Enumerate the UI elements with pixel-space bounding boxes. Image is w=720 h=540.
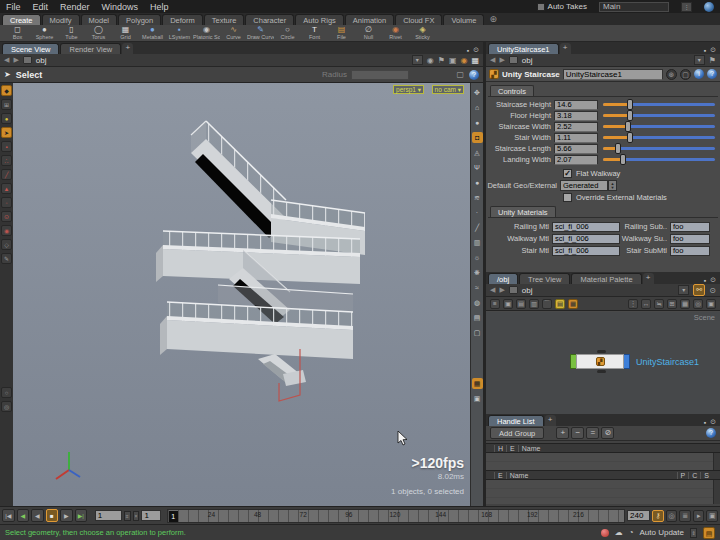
node-output-stub[interactable]: [597, 370, 606, 373]
param-pane-menu-icon[interactable]: ⊙: [710, 46, 716, 54]
wireframe-toggle-icon[interactable]: ◬: [472, 147, 483, 158]
handle-help-icon[interactable]: ?: [706, 428, 716, 438]
shelf-tool-torus[interactable]: ◯Torus: [85, 25, 112, 41]
default-geo-dropdown[interactable]: Generated: [560, 180, 608, 191]
shelf-tool-sticky[interactable]: ◈Sticky: [409, 25, 436, 41]
node-list-icon[interactable]: ≡: [490, 299, 500, 309]
fog-icon[interactable]: ≈: [472, 282, 483, 293]
network-path-dropdown-icon[interactable]: ▾: [678, 285, 689, 295]
tab-render-view[interactable]: Render View: [60, 43, 121, 54]
add-handle-tab-button[interactable]: +: [545, 415, 556, 426]
param-value-field[interactable]: 14.6: [554, 100, 598, 110]
range-start-field[interactable]: 1: [141, 510, 160, 521]
menu-edit[interactable]: Edit: [33, 2, 49, 12]
prev-keyframe-button[interactable]: ◀: [17, 509, 30, 522]
network-path-menu-icon[interactable]: ⊙: [709, 286, 716, 295]
group-table-scrollbar[interactable]: [713, 480, 720, 504]
shelf-tool-null[interactable]: ∅Null: [355, 25, 382, 41]
shelf-tab-model[interactable]: Model: [81, 14, 117, 25]
select-tool-icon[interactable]: ➤: [1, 127, 12, 138]
import-shelf-tool-icon[interactable]: ◆: [1, 85, 12, 96]
param-path-forward-icon[interactable]: ▶: [499, 56, 504, 64]
param-pane-maximize-icon[interactable]: ▪: [704, 47, 706, 54]
col-name[interactable]: Name: [518, 445, 700, 452]
frame-step-up-icon[interactable]: ≡: [124, 511, 131, 521]
controls-folder-tab[interactable]: Controls: [490, 85, 534, 96]
viewport-snapshot-icon[interactable]: ▣: [472, 393, 483, 404]
dots-menu-icon[interactable]: ⋮: [628, 299, 638, 309]
message-log-icon[interactable]: ☁: [615, 528, 623, 537]
node-display-flag[interactable]: [624, 354, 630, 369]
node-lock-icon[interactable]: ▢: [680, 69, 691, 80]
range-end-field[interactable]: 240: [627, 510, 650, 521]
viewport-help-icon[interactable]: ?: [469, 70, 479, 80]
add-param-tab-button[interactable]: +: [560, 43, 571, 54]
node-help-icon[interactable]: ?: [707, 69, 717, 79]
network-path-text[interactable]: obj: [522, 286, 533, 295]
frame-step-down-icon[interactable]: ×: [133, 511, 140, 521]
handle-disable-button[interactable]: ⊘: [601, 427, 614, 439]
shadows-icon[interactable]: ❋: [472, 267, 483, 278]
menu-help[interactable]: Help: [150, 2, 169, 12]
param-value-field[interactable]: 1.11: [554, 133, 598, 143]
network-path-back-icon[interactable]: ◀: [490, 286, 495, 294]
submaterial-field[interactable]: foo: [670, 234, 710, 244]
distribute-icon[interactable]: ↔: [641, 299, 651, 309]
view-tool-icon[interactable]: ✥: [472, 87, 483, 98]
pane-menu-icon[interactable]: ⊙: [473, 46, 479, 54]
group-list-icon[interactable]: ≋: [472, 192, 483, 203]
submaterial-field[interactable]: foo: [670, 222, 710, 232]
auto-takes-toggle[interactable]: Auto Takes: [537, 2, 587, 11]
menu-file[interactable]: File: [6, 2, 21, 12]
shelf-tool-lsystem[interactable]: ▪LSystem: [166, 25, 193, 41]
select-groups-icon[interactable]: ◉: [1, 225, 12, 236]
normals-toggle-icon[interactable]: Ψ: [472, 162, 483, 173]
shelf-tool-draw-curve[interactable]: ✎Draw Curve: [247, 25, 274, 41]
snap-point-icon[interactable]: ●: [1, 113, 12, 124]
shelf-tab-cloudfx[interactable]: Cloud FX: [395, 14, 442, 25]
unity-materials-folder-tab[interactable]: Unity Materials: [490, 206, 556, 217]
performance-icon[interactable]: ▸: [693, 510, 705, 522]
submaterial-field[interactable]: foo: [670, 246, 710, 256]
lasso-select-icon[interactable]: ◇: [1, 239, 12, 250]
network-canvas[interactable]: Scene ▞ UnityStaircase1: [486, 312, 720, 414]
auto-update-stepper-icon[interactable]: ⇕: [690, 528, 697, 538]
take-stepper[interactable]: ⋮: [681, 2, 692, 12]
shelf-tab-polygon[interactable]: Polygon: [118, 14, 161, 25]
handle-match-button[interactable]: =: [586, 427, 599, 439]
flat-walkway-checkbox[interactable]: ✓: [563, 169, 572, 178]
shelf-tool-box[interactable]: ◻Box: [4, 25, 31, 41]
grid-view-icon[interactable]: ▦: [471, 56, 479, 65]
home-view-icon[interactable]: ⌂: [472, 102, 483, 113]
camera-view-icon[interactable]: ▢: [472, 327, 483, 338]
select-edges-icon[interactable]: ╱: [1, 169, 12, 180]
snap-grid-icon[interactable]: ⊞: [1, 99, 12, 110]
select-prims-icon[interactable]: ▲: [1, 183, 12, 194]
group-table-body[interactable]: [486, 480, 720, 504]
col-p[interactable]: P: [677, 472, 689, 479]
param-value-field[interactable]: 3.18: [554, 111, 598, 121]
tab-scene-view[interactable]: Scene View: [2, 43, 59, 54]
material-field[interactable]: sci_fi_006: [552, 246, 620, 256]
col-s[interactable]: S: [700, 472, 712, 479]
no-cam-menu[interactable]: no cam ▾: [432, 85, 464, 94]
overview-icon[interactable]: ▣: [706, 299, 716, 309]
camera-quickmark-icon[interactable]: ◎: [1, 401, 12, 412]
node-body[interactable]: ▞: [576, 354, 624, 369]
node-name-input[interactable]: [563, 69, 663, 80]
magnify-icon[interactable]: ◎: [693, 299, 703, 309]
update-mode-icon[interactable]: ▤: [703, 527, 715, 539]
shelf-tab-autorigs[interactable]: Auto Rigs: [295, 14, 344, 25]
material-field[interactable]: sci_fi_006: [552, 222, 620, 232]
param-value-field[interactable]: 5.66: [554, 144, 598, 154]
handle-table-scrollbar[interactable]: [713, 453, 720, 470]
material-preview-icon[interactable]: ◍: [472, 297, 483, 308]
audio-options-icon[interactable]: ≣: [679, 510, 691, 522]
stop-button[interactable]: ■: [46, 509, 59, 522]
shelf-options-gear-icon[interactable]: ⊛: [489, 14, 497, 25]
animation-options-icon[interactable]: ◎: [666, 510, 678, 522]
shelf-tool-metaball[interactable]: ●Metaball: [139, 25, 166, 41]
shelf-tool-grid[interactable]: ▦Grid: [112, 25, 139, 41]
shelf-tool-font[interactable]: TFont: [301, 25, 328, 41]
tab-unitystaircase1[interactable]: UnityStaircase1: [488, 43, 559, 54]
